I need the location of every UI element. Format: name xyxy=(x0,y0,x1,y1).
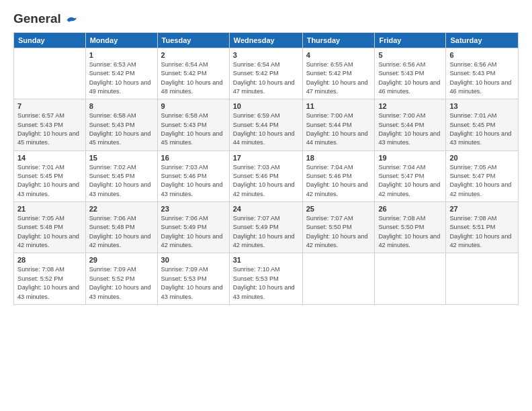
calendar-cell: 20Sunrise: 7:05 AM Sunset: 5:47 PM Dayli… xyxy=(446,150,519,201)
day-number: 29 xyxy=(89,256,154,264)
day-info: Sunrise: 6:54 AM Sunset: 5:42 PM Dayligh… xyxy=(233,60,299,96)
day-info: Sunrise: 7:03 AM Sunset: 5:46 PM Dayligh… xyxy=(233,163,299,199)
day-info: Sunrise: 7:00 AM Sunset: 5:44 PM Dayligh… xyxy=(378,111,442,147)
calendar-cell: 21Sunrise: 7:05 AM Sunset: 5:48 PM Dayli… xyxy=(14,202,86,253)
day-number: 1 xyxy=(89,51,154,59)
calendar-cell: 5Sunrise: 6:56 AM Sunset: 5:43 PM Daylig… xyxy=(375,48,446,99)
column-header-sunday: Sunday xyxy=(14,32,86,48)
header: General xyxy=(13,12,519,26)
day-info: Sunrise: 7:08 AM Sunset: 5:51 PM Dayligh… xyxy=(449,214,515,250)
calendar-week-5: 28Sunrise: 7:08 AM Sunset: 5:52 PM Dayli… xyxy=(14,253,519,304)
calendar-cell: 2Sunrise: 6:54 AM Sunset: 5:42 PM Daylig… xyxy=(157,48,229,99)
calendar-cell: 19Sunrise: 7:04 AM Sunset: 5:47 PM Dayli… xyxy=(375,150,446,201)
logo: General xyxy=(13,12,78,26)
day-number: 3 xyxy=(233,51,299,59)
calendar-cell: 1Sunrise: 6:53 AM Sunset: 5:42 PM Daylig… xyxy=(85,48,157,99)
calendar-cell: 13Sunrise: 7:01 AM Sunset: 5:45 PM Dayli… xyxy=(446,99,519,150)
day-number: 12 xyxy=(378,102,442,110)
calendar-cell: 7Sunrise: 6:57 AM Sunset: 5:43 PM Daylig… xyxy=(14,99,86,150)
day-info: Sunrise: 7:00 AM Sunset: 5:44 PM Dayligh… xyxy=(306,111,371,147)
day-number: 17 xyxy=(233,154,299,162)
day-info: Sunrise: 7:10 AM Sunset: 5:53 PM Dayligh… xyxy=(233,265,299,301)
day-number: 11 xyxy=(306,102,371,110)
day-info: Sunrise: 7:07 AM Sunset: 5:50 PM Dayligh… xyxy=(306,214,371,250)
day-number: 28 xyxy=(17,256,82,264)
day-info: Sunrise: 7:06 AM Sunset: 5:48 PM Dayligh… xyxy=(89,214,154,250)
calendar-cell: 16Sunrise: 7:03 AM Sunset: 5:46 PM Dayli… xyxy=(157,150,229,201)
calendar-week-4: 21Sunrise: 7:05 AM Sunset: 5:48 PM Dayli… xyxy=(14,202,519,253)
day-info: Sunrise: 6:58 AM Sunset: 5:43 PM Dayligh… xyxy=(161,111,226,147)
day-number: 8 xyxy=(89,102,154,110)
day-number: 23 xyxy=(161,205,226,213)
calendar-cell: 15Sunrise: 7:02 AM Sunset: 5:45 PM Dayli… xyxy=(85,150,157,201)
calendar-cell: 30Sunrise: 7:09 AM Sunset: 5:53 PM Dayli… xyxy=(157,253,229,304)
day-number: 15 xyxy=(89,154,154,162)
calendar-cell: 22Sunrise: 7:06 AM Sunset: 5:48 PM Dayli… xyxy=(85,202,157,253)
day-number: 19 xyxy=(378,154,442,162)
day-number: 9 xyxy=(161,102,226,110)
day-number: 10 xyxy=(233,102,299,110)
calendar-cell: 24Sunrise: 7:07 AM Sunset: 5:49 PM Dayli… xyxy=(229,202,302,253)
day-number: 5 xyxy=(378,51,442,59)
column-header-saturday: Saturday xyxy=(446,32,519,48)
day-info: Sunrise: 7:06 AM Sunset: 5:49 PM Dayligh… xyxy=(161,214,226,250)
day-number: 30 xyxy=(161,256,226,264)
page: General SundayMondayTuesdayWednesdayThur… xyxy=(0,0,532,411)
day-number: 27 xyxy=(449,205,515,213)
calendar-cell: 26Sunrise: 7:08 AM Sunset: 5:50 PM Dayli… xyxy=(375,202,446,253)
day-info: Sunrise: 7:04 AM Sunset: 5:47 PM Dayligh… xyxy=(378,163,442,199)
column-header-friday: Friday xyxy=(375,32,446,48)
day-info: Sunrise: 6:54 AM Sunset: 5:42 PM Dayligh… xyxy=(161,60,226,96)
calendar-cell: 14Sunrise: 7:01 AM Sunset: 5:45 PM Dayli… xyxy=(14,150,86,201)
logo-line1: General xyxy=(13,12,78,26)
day-info: Sunrise: 7:04 AM Sunset: 5:46 PM Dayligh… xyxy=(306,163,371,199)
day-number: 24 xyxy=(233,205,299,213)
day-number: 13 xyxy=(449,102,515,110)
column-header-tuesday: Tuesday xyxy=(157,32,229,48)
calendar-cell xyxy=(302,253,375,304)
calendar-cell xyxy=(375,253,446,304)
day-info: Sunrise: 6:56 AM Sunset: 5:43 PM Dayligh… xyxy=(378,60,442,96)
calendar-cell: 27Sunrise: 7:08 AM Sunset: 5:51 PM Dayli… xyxy=(446,202,519,253)
calendar-cell: 31Sunrise: 7:10 AM Sunset: 5:53 PM Dayli… xyxy=(229,253,302,304)
calendar-cell: 17Sunrise: 7:03 AM Sunset: 5:46 PM Dayli… xyxy=(229,150,302,201)
calendar-cell: 29Sunrise: 7:09 AM Sunset: 5:52 PM Dayli… xyxy=(85,253,157,304)
column-header-thursday: Thursday xyxy=(302,32,375,48)
day-number: 31 xyxy=(233,256,299,264)
calendar-cell: 8Sunrise: 6:58 AM Sunset: 5:43 PM Daylig… xyxy=(85,99,157,150)
day-info: Sunrise: 6:59 AM Sunset: 5:44 PM Dayligh… xyxy=(233,111,299,147)
day-info: Sunrise: 7:09 AM Sunset: 5:52 PM Dayligh… xyxy=(89,265,154,301)
day-number: 6 xyxy=(449,51,515,59)
calendar-cell: 6Sunrise: 6:56 AM Sunset: 5:43 PM Daylig… xyxy=(446,48,519,99)
calendar-cell xyxy=(14,48,86,99)
calendar-cell xyxy=(446,253,519,304)
day-number: 21 xyxy=(17,205,82,213)
calendar-cell: 12Sunrise: 7:00 AM Sunset: 5:44 PM Dayli… xyxy=(375,99,446,150)
calendar-cell: 28Sunrise: 7:08 AM Sunset: 5:52 PM Dayli… xyxy=(14,253,86,304)
day-info: Sunrise: 7:07 AM Sunset: 5:49 PM Dayligh… xyxy=(233,214,299,250)
calendar-cell: 23Sunrise: 7:06 AM Sunset: 5:49 PM Dayli… xyxy=(157,202,229,253)
day-info: Sunrise: 7:02 AM Sunset: 5:45 PM Dayligh… xyxy=(89,163,154,199)
calendar-cell: 10Sunrise: 6:59 AM Sunset: 5:44 PM Dayli… xyxy=(229,99,302,150)
day-number: 18 xyxy=(306,154,371,162)
calendar-cell: 25Sunrise: 7:07 AM Sunset: 5:50 PM Dayli… xyxy=(302,202,375,253)
calendar-header-row: SundayMondayTuesdayWednesdayThursdayFrid… xyxy=(14,32,519,48)
day-info: Sunrise: 6:53 AM Sunset: 5:42 PM Dayligh… xyxy=(89,60,154,96)
day-number: 25 xyxy=(306,205,371,213)
day-number: 16 xyxy=(161,154,226,162)
day-number: 2 xyxy=(161,51,226,59)
day-info: Sunrise: 7:05 AM Sunset: 5:48 PM Dayligh… xyxy=(17,214,82,250)
calendar-cell: 9Sunrise: 6:58 AM Sunset: 5:43 PM Daylig… xyxy=(157,99,229,150)
calendar-cell: 4Sunrise: 6:55 AM Sunset: 5:42 PM Daylig… xyxy=(302,48,375,99)
day-info: Sunrise: 7:01 AM Sunset: 5:45 PM Dayligh… xyxy=(449,111,515,147)
day-info: Sunrise: 7:09 AM Sunset: 5:53 PM Dayligh… xyxy=(161,265,226,301)
calendar-week-1: 1Sunrise: 6:53 AM Sunset: 5:42 PM Daylig… xyxy=(14,48,519,99)
day-number: 14 xyxy=(17,154,82,162)
day-info: Sunrise: 7:03 AM Sunset: 5:46 PM Dayligh… xyxy=(161,163,226,199)
calendar-week-2: 7Sunrise: 6:57 AM Sunset: 5:43 PM Daylig… xyxy=(14,99,519,150)
day-number: 22 xyxy=(89,205,154,213)
day-info: Sunrise: 6:57 AM Sunset: 5:43 PM Dayligh… xyxy=(17,111,82,147)
day-info: Sunrise: 6:55 AM Sunset: 5:42 PM Dayligh… xyxy=(306,60,371,96)
calendar-cell: 11Sunrise: 7:00 AM Sunset: 5:44 PM Dayli… xyxy=(302,99,375,150)
calendar-cell: 3Sunrise: 6:54 AM Sunset: 5:42 PM Daylig… xyxy=(229,48,302,99)
